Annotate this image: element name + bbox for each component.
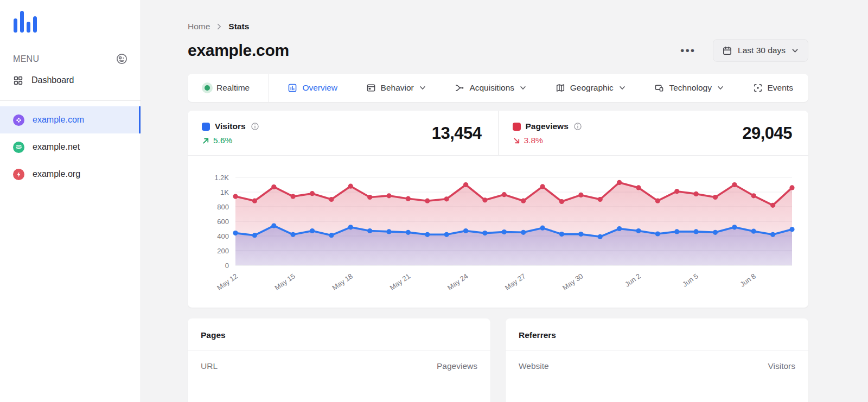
more-options-button[interactable]: ••• [679, 44, 697, 56]
pageviews-delta: 3.8% [524, 136, 543, 145]
svg-text:200: 200 [217, 247, 229, 255]
calendar-icon [722, 46, 732, 56]
realtime-live-dot-icon [205, 85, 210, 91]
pageviews-value: 29,045 [742, 124, 792, 143]
tab-bar: Realtime Overview Behavior [188, 74, 808, 102]
chevron-down-icon [618, 84, 626, 92]
pageviews-legend-swatch [513, 123, 521, 131]
tab-events[interactable]: Events [743, 74, 803, 102]
breadcrumb-current: Stats [228, 22, 249, 31]
svg-text:May 24: May 24 [446, 272, 470, 292]
app-logo-icon[interactable] [14, 10, 141, 33]
svg-text:0: 0 [225, 261, 229, 270]
technology-devices-icon [654, 83, 664, 93]
chevron-down-icon [717, 84, 724, 92]
visitors-value: 13,454 [432, 124, 482, 143]
sidebar-divider [0, 100, 141, 101]
visitors-delta: 5.6% [213, 136, 232, 145]
tab-geographic[interactable]: Geographic [546, 74, 636, 102]
svg-text:May 21: May 21 [388, 272, 412, 292]
referrers-panel: Referrers Website Visitors [506, 318, 808, 402]
svg-text:May 15: May 15 [273, 272, 297, 292]
chevron-down-icon [519, 84, 527, 92]
svg-text:1K: 1K [220, 188, 229, 196]
acquisitions-branch-icon [455, 83, 464, 93]
profile-icon[interactable] [116, 53, 127, 65]
pages-col-url: URL [201, 361, 218, 371]
svg-text:Jun 8: Jun 8 [738, 272, 757, 289]
chevron-down-icon [791, 47, 799, 55]
referrers-panel-title: Referrers [506, 318, 808, 350]
metrics-chart-card: Visitors 5.6% 13,454 [188, 111, 808, 308]
breadcrumb: Home Stats [188, 22, 808, 31]
sidebar-item-example-org[interactable]: example.org [0, 161, 141, 188]
svg-text:May 12: May 12 [215, 272, 239, 292]
menu-section-label: MENU [13, 54, 39, 64]
tab-behavior[interactable]: Behavior [356, 74, 436, 102]
svg-text:1.2K: 1.2K [214, 174, 229, 182]
site-name: example.net [33, 142, 80, 152]
arrow-down-right-icon [513, 137, 521, 145]
sidebar-item-example-com[interactable]: example.com [0, 106, 141, 133]
svg-text:800: 800 [217, 203, 229, 211]
date-range-label: Last 30 days [738, 46, 786, 55]
sidebar-item-label: Dashboard [31, 75, 74, 85]
pages-panel: Pages URL Pageviews [188, 318, 490, 402]
main-content: Home Stats example.com ••• Last 30 days [141, 0, 868, 402]
tab-realtime[interactable]: Realtime [193, 74, 259, 102]
svg-text:600: 600 [217, 218, 229, 226]
site-name: example.org [33, 169, 80, 179]
line-chart-svg: 02004006008001K1.2KMay 12May 15May 18May… [201, 170, 795, 302]
info-icon[interactable] [251, 122, 259, 131]
traffic-chart: 02004006008001K1.2KMay 12May 15May 18May… [188, 156, 808, 308]
referrers-col-visitors: Visitors [768, 361, 795, 371]
sidebar-item-dashboard[interactable]: Dashboard [0, 68, 141, 93]
svg-text:400: 400 [217, 232, 229, 240]
svg-text:Jun 2: Jun 2 [623, 272, 642, 289]
site-favicon-clover-icon [13, 114, 24, 126]
chevron-right-icon [215, 23, 223, 30]
tab-acquisitions[interactable]: Acquisitions [445, 74, 537, 102]
referrers-col-website: Website [519, 361, 549, 371]
tab-technology[interactable]: Technology [644, 74, 733, 102]
visitors-stat: Visitors 5.6% 13,454 [188, 111, 498, 155]
site-name: example.com [33, 115, 84, 125]
page-title: example.com [188, 41, 289, 60]
svg-text:May 30: May 30 [561, 272, 585, 292]
svg-text:May 27: May 27 [503, 272, 527, 292]
tab-separator [269, 74, 269, 102]
pageviews-label: Pageviews [526, 122, 569, 131]
pageviews-stat: Pageviews 3.8% 29,045 [498, 111, 809, 155]
events-scan-icon [753, 83, 763, 93]
pages-col-pageviews: Pageviews [437, 361, 477, 371]
tab-overview[interactable]: Overview [278, 74, 347, 102]
svg-text:Jun 5: Jun 5 [681, 272, 700, 289]
breadcrumb-home-link[interactable]: Home [188, 22, 210, 31]
sidebar: MENU Dashboard [0, 0, 141, 402]
date-range-button[interactable]: Last 30 days [713, 39, 808, 62]
geographic-map-icon [556, 83, 565, 93]
info-icon[interactable] [573, 122, 582, 131]
dashboard-grid-icon [13, 75, 23, 86]
svg-text:May 18: May 18 [330, 272, 354, 292]
sidebar-item-example-net[interactable]: example.net [0, 133, 141, 161]
site-favicon-waves-icon [13, 142, 24, 153]
visitors-label: Visitors [215, 122, 246, 131]
arrow-up-right-icon [202, 137, 210, 145]
site-favicon-bolt-icon [13, 169, 24, 180]
behavior-window-icon [366, 83, 376, 93]
chevron-down-icon [419, 84, 426, 92]
pages-panel-title: Pages [188, 318, 490, 350]
visitors-legend-swatch [202, 123, 210, 131]
overview-chart-icon [288, 83, 297, 93]
